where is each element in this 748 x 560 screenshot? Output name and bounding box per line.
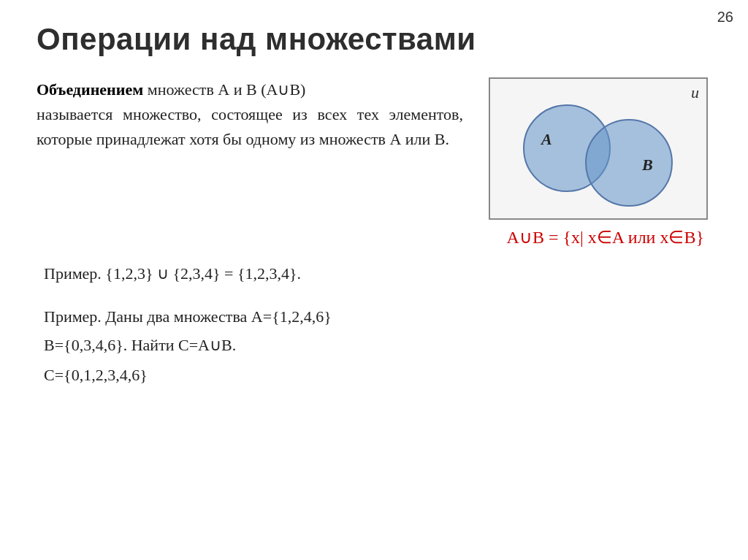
- example2: Пример. Даны два множества А={1,2,4,6} В…: [37, 304, 711, 358]
- venn-a-label: A: [541, 130, 552, 149]
- circle-b: [585, 119, 673, 207]
- definition-text2: называется множество, состоящее из всех …: [37, 105, 463, 148]
- venn-u-label: u: [691, 83, 699, 102]
- definition-text: Объединением множеств А и В (А∪В) называ…: [37, 77, 463, 220]
- page-title: Операции над множествами: [37, 22, 711, 57]
- example1-text: Пример. {1,2,3} ∪ {2,3,4} = {1,2,3,4}.: [44, 261, 711, 286]
- result: С={0,1,2,3,4,6}: [37, 366, 711, 385]
- venn-b-label: B: [642, 156, 653, 174]
- content-area: Объединением множеств А и В (А∪В) называ…: [37, 77, 711, 220]
- example1: Пример. {1,2,3} ∪ {2,3,4} = {1,2,3,4}.: [37, 261, 711, 286]
- venn-diagram-container: u A B: [485, 77, 711, 220]
- slide: 26 Операции над множествами Объединением…: [0, 0, 748, 560]
- venn-box: u A B: [489, 77, 708, 220]
- slide-number: 26: [717, 9, 733, 26]
- definition-text1: множеств А и В (А∪В): [143, 80, 305, 99]
- formula: A∪B = {x| x∈A или x∈B}: [37, 227, 711, 248]
- example2-line2: В={0,3,4,6}. Найти С=А∪В.: [44, 332, 711, 358]
- definition-bold: Объединением: [37, 80, 143, 99]
- example2-line1: Пример. Даны два множества А={1,2,4,6}: [44, 304, 711, 329]
